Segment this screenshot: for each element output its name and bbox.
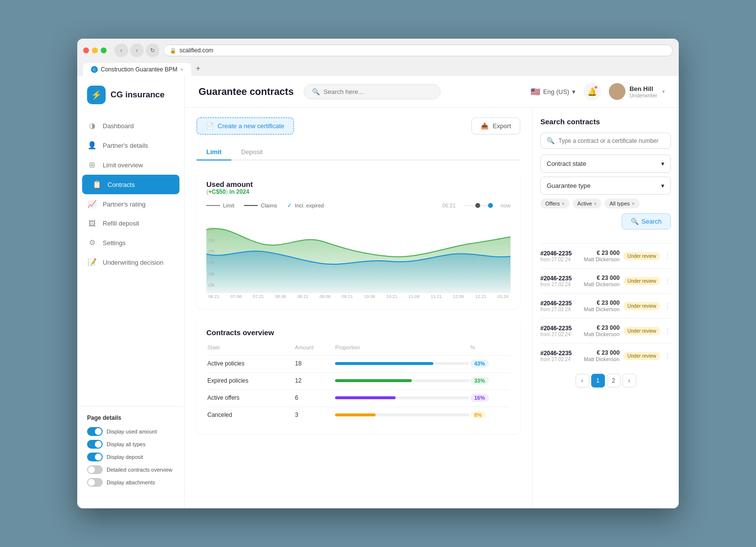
status-badge-0: Under review <box>623 252 660 260</box>
cell-proportion-0 <box>335 355 469 371</box>
more-options-button-3[interactable]: ⋮ <box>664 327 671 335</box>
toggle-0[interactable] <box>87 427 103 436</box>
tag-offers[interactable]: Offers × <box>540 199 570 208</box>
sidebar-item-limit-overview[interactable]: ⊞ Limit overview <box>77 155 184 175</box>
contract-name-0: Matt Dickerson <box>584 256 620 262</box>
contract-date-0: from 27.02.24 <box>540 257 580 262</box>
search-icon: 🔍 <box>547 137 555 144</box>
tab-deposit[interactable]: Deposit <box>231 144 272 160</box>
flag-icon: 🇺🇸 <box>531 87 540 96</box>
minimize-button[interactable] <box>92 47 98 53</box>
next-page-button[interactable]: › <box>623 374 636 387</box>
chevron-down-icon-2: ▾ <box>661 182 665 189</box>
tag-all-types[interactable]: All types × <box>604 199 639 208</box>
list-item[interactable]: #2046-2235 from 27.02.24 € 23 000 Matt D… <box>540 293 671 318</box>
refresh-button[interactable]: ↻ <box>146 44 159 57</box>
top-header: Guarantee contracts 🔍 🇺🇸 Eng (US) ▾ 🔔 <box>185 76 679 108</box>
contract-state-dropdown[interactable]: Contract state ▾ <box>540 155 671 173</box>
underwriting-decision-icon: 📝 <box>87 258 97 267</box>
tab-favicon: C <box>91 66 98 73</box>
sidebar-item-contracts[interactable]: 📋 Contracts <box>82 175 179 194</box>
back-button[interactable]: ‹ <box>114 44 128 57</box>
sidebar-item-partner-details[interactable]: 👤 Partner's details <box>77 136 184 155</box>
contract-id-3: #2046-2235 <box>540 325 580 332</box>
col-proportion: Proportion <box>335 344 469 354</box>
legend-expired-label: Incl. expired <box>295 203 324 208</box>
lang-selector[interactable]: 🇺🇸 Eng (US) ▾ <box>531 87 576 96</box>
pagination: ‹ 1 2 › <box>540 374 671 387</box>
more-options-button-4[interactable]: ⋮ <box>664 352 671 360</box>
user-name: Ben Hill <box>629 85 657 92</box>
notification-dot <box>594 86 598 89</box>
chart-end-time: now <box>501 203 511 208</box>
contract-search-box[interactable]: 🔍 <box>540 133 671 149</box>
more-options-button-2[interactable]: ⋮ <box>664 302 671 310</box>
chart-section: Used amount (+C$50) in 2024 Limit Cl <box>197 170 520 309</box>
toggle-3[interactable] <box>87 465 103 474</box>
page-2-button[interactable]: 2 <box>607 374 621 387</box>
cell-amount-2: 6 <box>295 389 334 406</box>
toggle-2[interactable] <box>87 453 103 461</box>
tag-active[interactable]: Active × <box>573 199 602 208</box>
list-item[interactable]: #2046-2235 from 27.02.24 € 23 000 Matt D… <box>540 343 671 368</box>
cell-state-0: Active policies <box>207 355 294 371</box>
status-badge-3: Under review <box>623 327 660 335</box>
list-item[interactable]: #2046-2235 from 27.02.24 € 23 000 Matt D… <box>540 318 671 343</box>
sidebar-item-partners-rating[interactable]: 📈 Partner's rating <box>77 194 184 214</box>
svg-text:15k: 15k <box>208 283 215 288</box>
global-search-input[interactable] <box>324 88 432 95</box>
page-details-title: Page details <box>87 414 175 421</box>
sidebar-item-label-partner-details: Partner's details <box>103 142 148 149</box>
table-row: Active offers 6 16% <box>207 389 510 406</box>
more-options-button-0[interactable]: ⋮ <box>664 252 671 260</box>
contract-search-input[interactable] <box>558 137 665 144</box>
browser-tab[interactable]: C Construction Guarantee BPM × <box>83 63 191 76</box>
sidebar-item-refill-deposit[interactable]: 🖼 Refill deposit <box>77 214 184 233</box>
notifications-button[interactable]: 🔔 <box>583 83 601 100</box>
tag-offers-close[interactable]: × <box>562 201 565 206</box>
global-search-bar[interactable]: 🔍 <box>304 84 441 99</box>
tag-active-close[interactable]: × <box>594 201 597 206</box>
search-button[interactable]: 🔍 Search <box>622 213 671 229</box>
main-panel: 📄 Create a new certificate 📤 Export Limi… <box>185 108 532 508</box>
toggle-label-4: Display attachments <box>107 479 155 485</box>
page-1-button[interactable]: 1 <box>591 374 605 387</box>
tag-offers-label: Offers <box>545 201 560 206</box>
toggle-1[interactable] <box>87 440 103 449</box>
chart-title: Used amount <box>206 180 511 188</box>
tag-all-types-close[interactable]: × <box>632 201 635 206</box>
browser-window: ‹ › ↻ 🔒 scalified.com C Construction Gua… <box>77 39 679 508</box>
list-item[interactable]: #2046-2235 from 27.02.24 € 23 000 Matt D… <box>540 268 671 293</box>
export-button[interactable]: 📤 Export <box>471 117 520 135</box>
sidebar-item-settings[interactable]: ⚙ Settings <box>77 233 184 252</box>
toggle-4[interactable] <box>87 478 103 487</box>
prev-page-button[interactable]: ‹ <box>576 374 589 387</box>
legend-claims-label: Claims <box>261 203 277 208</box>
user-info[interactable]: Ben Hill Underwriter ▾ <box>609 83 665 100</box>
cell-state-3: Canceled <box>207 407 294 423</box>
create-certificate-button[interactable]: 📄 Create a new certificate <box>197 117 294 135</box>
right-panel: Search contracts 🔍 Contract state ▾ Guar… <box>532 108 679 508</box>
forward-button[interactable]: › <box>130 44 144 57</box>
tab-bar: C Construction Guarantee BPM × + <box>83 61 673 76</box>
search-contracts-title: Search contracts <box>540 117 671 126</box>
new-tab-button[interactable]: + <box>192 61 204 76</box>
overview-table: State Amount Proportion % Active policie… <box>206 343 511 424</box>
sidebar-item-underwriting-decision[interactable]: 📝 Underwriting decision <box>77 252 184 272</box>
list-item[interactable]: #2046-2235 from 27.02.24 € 23 000 Matt D… <box>540 243 671 268</box>
guarantee-type-dropdown[interactable]: Guarantee type ▾ <box>540 177 671 195</box>
col-state: State <box>207 344 294 354</box>
close-button[interactable] <box>83 47 89 53</box>
toggle-row-2: Display deposit <box>87 453 175 461</box>
tab-limit[interactable]: Limit <box>197 144 231 160</box>
fullscreen-button[interactable] <box>101 47 107 53</box>
more-options-button-1[interactable]: ⋮ <box>664 277 671 285</box>
check-icon: ✓ <box>287 202 292 209</box>
address-bar[interactable]: 🔒 scalified.com <box>163 45 673 56</box>
tab-close-button[interactable]: × <box>180 67 183 72</box>
lang-label: Eng (US) <box>543 88 569 95</box>
cell-amount-0: 18 <box>295 355 334 371</box>
legend-claims: Claims <box>244 203 277 208</box>
app-content: ⚡ CG insurance ◑ Dashboard👤 Partner's de… <box>77 76 679 508</box>
sidebar-item-dashboard[interactable]: ◑ Dashboard <box>77 116 184 136</box>
